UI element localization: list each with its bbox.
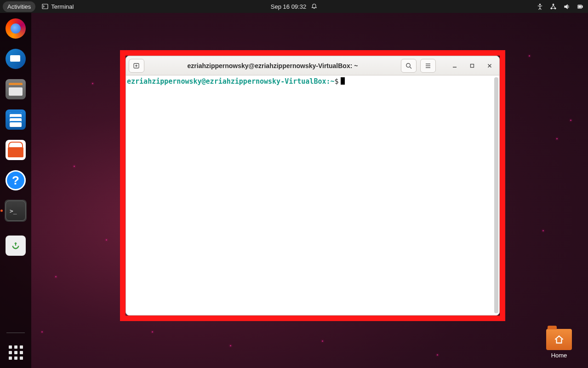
terminal-cursor bbox=[341, 77, 345, 85]
network-icon[interactable] bbox=[550, 3, 557, 10]
terminal-scrollbar[interactable] bbox=[494, 77, 498, 313]
files-icon bbox=[6, 79, 26, 99]
minimize-icon bbox=[452, 63, 457, 69]
hamburger-menu-button[interactable] bbox=[420, 59, 436, 73]
help-icon: ? bbox=[6, 170, 26, 190]
search-icon bbox=[405, 62, 412, 69]
maximize-button[interactable] bbox=[465, 60, 479, 72]
svg-point-4 bbox=[551, 7, 552, 9]
svg-rect-7 bbox=[582, 6, 582, 7]
trash-icon bbox=[6, 236, 26, 256]
hamburger-icon bbox=[424, 62, 432, 69]
clock[interactable]: Sep 16 09:32 bbox=[271, 3, 306, 10]
svg-rect-8 bbox=[578, 6, 581, 8]
notification-bell-icon[interactable] bbox=[311, 3, 317, 10]
software-icon bbox=[6, 140, 26, 160]
dock: ? >_ bbox=[0, 13, 31, 368]
search-button[interactable] bbox=[401, 59, 417, 73]
thunderbird-icon bbox=[6, 49, 26, 69]
terminal-indicator-icon bbox=[42, 3, 48, 10]
new-tab-button[interactable] bbox=[129, 59, 144, 73]
maximize-icon bbox=[469, 63, 475, 69]
dock-software[interactable] bbox=[5, 139, 27, 161]
prompt-path: ~ bbox=[331, 77, 335, 86]
svg-rect-18 bbox=[471, 64, 474, 67]
volume-icon[interactable] bbox=[563, 3, 570, 10]
minimize-button[interactable] bbox=[448, 60, 462, 72]
dock-help[interactable]: ? bbox=[5, 169, 27, 191]
power-battery-icon[interactable] bbox=[577, 3, 583, 10]
svg-point-5 bbox=[554, 7, 556, 9]
show-applications-button[interactable] bbox=[5, 341, 27, 363]
writer-icon bbox=[6, 109, 26, 130]
firefox-icon bbox=[6, 18, 26, 39]
highlight-frame: ezriahzippernowsky@ezriahzippernowsky-Vi… bbox=[120, 50, 505, 321]
prompt-host: ezriahzippernowsky-VirtualBox bbox=[206, 77, 326, 86]
accessibility-icon[interactable] bbox=[537, 3, 543, 10]
close-button[interactable] bbox=[483, 60, 497, 72]
close-icon bbox=[487, 63, 492, 69]
svg-line-13 bbox=[410, 67, 411, 69]
dock-trash[interactable] bbox=[5, 235, 27, 257]
window-title: ezriahzippernowsky@ezriahzippernowsky-Vi… bbox=[148, 62, 397, 69]
dock-divider bbox=[6, 333, 25, 333]
desktop-home-folder[interactable]: Home bbox=[546, 329, 572, 359]
terminal-window: ezriahzippernowsky@ezriahzippernowsky-Vi… bbox=[126, 56, 500, 316]
home-folder-icon bbox=[546, 329, 572, 350]
svg-point-12 bbox=[406, 63, 410, 67]
window-titlebar[interactable]: ezriahzippernowsky@ezriahzippernowsky-Vi… bbox=[126, 56, 499, 75]
apps-grid-icon bbox=[9, 345, 23, 360]
active-app-indicator[interactable]: Terminal bbox=[42, 3, 74, 10]
dock-thunderbird[interactable] bbox=[5, 48, 27, 70]
svg-rect-0 bbox=[42, 4, 48, 9]
desktop-home-label: Home bbox=[551, 352, 567, 359]
terminal-icon: >_ bbox=[6, 201, 26, 221]
dock-writer[interactable] bbox=[5, 109, 27, 131]
svg-point-3 bbox=[553, 4, 554, 5]
dock-files[interactable] bbox=[5, 78, 27, 100]
dock-terminal[interactable]: >_ bbox=[5, 200, 27, 222]
prompt-colon: : bbox=[326, 77, 331, 86]
dock-firefox[interactable] bbox=[5, 17, 27, 40]
top-bar: Activities Terminal Sep 16 09:32 bbox=[0, 0, 588, 13]
prompt-at: @ bbox=[202, 77, 206, 86]
svg-point-2 bbox=[539, 4, 541, 5]
prompt-user: ezriahzippernowsky bbox=[127, 77, 202, 86]
prompt-symbol: $ bbox=[335, 77, 339, 86]
activities-button[interactable]: Activities bbox=[3, 1, 35, 12]
active-app-label: Terminal bbox=[51, 3, 74, 10]
terminal-body[interactable]: ezriahzippernowsky@ezriahzippernowsky-Vi… bbox=[126, 75, 499, 315]
new-tab-icon bbox=[132, 62, 141, 70]
